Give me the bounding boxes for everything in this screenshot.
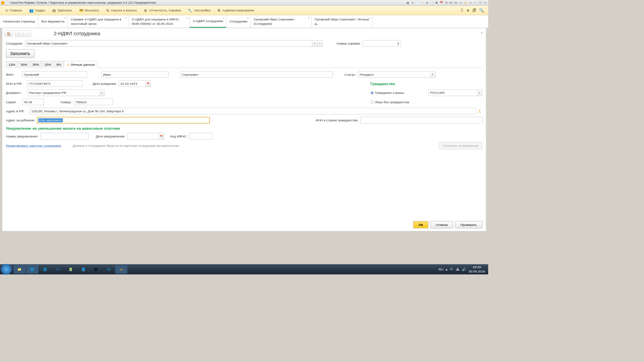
ifns-field[interactable] bbox=[190, 133, 212, 139]
dropdown-icon[interactable]: ▾ bbox=[5, 1, 9, 5]
tool-icon[interactable]: ⋮ bbox=[420, 1, 424, 5]
tool-icon[interactable]: ▦ bbox=[406, 1, 410, 5]
explorer-icon[interactable]: 📁 bbox=[13, 265, 25, 274]
menu-admin[interactable]: ⚙Администрирование bbox=[214, 6, 258, 15]
flag-icon[interactable]: 🏳 bbox=[450, 267, 453, 271]
tab-2ndfl-emp[interactable]: 2-НДФЛ сотрудника× bbox=[190, 15, 226, 27]
tab-30[interactable]: 30% bbox=[18, 61, 30, 68]
close-icon[interactable]: × bbox=[64, 16, 66, 20]
stateless-radio[interactable] bbox=[370, 100, 374, 104]
cancel-button[interactable]: Отмена bbox=[431, 221, 453, 228]
midname-field[interactable] bbox=[180, 71, 333, 78]
calendar-icon[interactable]: 📅 bbox=[440, 1, 444, 5]
ok-button[interactable]: ОК bbox=[413, 221, 429, 228]
menu-taxes[interactable]: %Налоги и взносы bbox=[103, 6, 141, 15]
tab-all[interactable]: Все ведомости× bbox=[38, 15, 67, 27]
inn-foreign-field[interactable] bbox=[360, 117, 482, 124]
dob-field[interactable] bbox=[119, 80, 146, 87]
doc-field[interactable] bbox=[27, 89, 99, 96]
mplus-icon[interactable]: M+ bbox=[449, 1, 453, 5]
tab-2ndfl-ifns[interactable]: 2-НДФЛ для передачи в ИФНС 003К-000002 о… bbox=[129, 15, 190, 27]
employee-field[interactable] bbox=[25, 40, 312, 47]
chevron-up-icon[interactable]: ▴ bbox=[446, 267, 447, 271]
refnum-field[interactable] bbox=[363, 40, 401, 47]
close-icon[interactable]: ✕ bbox=[483, 1, 487, 5]
m-icon[interactable]: M bbox=[444, 1, 448, 5]
status-field[interactable] bbox=[358, 71, 430, 78]
star-icon[interactable]: ★ bbox=[466, 8, 470, 12]
menu-settings[interactable]: 🔧Настройка bbox=[184, 6, 214, 15]
open-icon[interactable]: ↗ bbox=[317, 40, 322, 47]
notifdate-field[interactable] bbox=[127, 133, 159, 139]
tab-13[interactable]: 13% bbox=[6, 61, 18, 68]
grid-icon[interactable]: ⠿ bbox=[461, 8, 464, 12]
close-icon[interactable]: × bbox=[223, 16, 225, 20]
tab-emp-personal[interactable]: Гуковский Иван Сергеевич: Личные д...× bbox=[312, 15, 373, 27]
series-field[interactable] bbox=[22, 99, 44, 105]
tool-icon[interactable]: 📄 bbox=[416, 1, 420, 5]
dropdown-icon[interactable]: ▾ bbox=[312, 40, 317, 47]
close-icon[interactable]: × bbox=[369, 16, 371, 20]
fill-button[interactable]: Заполнить bbox=[6, 49, 34, 58]
dd-icon[interactable]: ▾ bbox=[469, 1, 473, 5]
info-icon[interactable]: ⓘ bbox=[464, 1, 468, 5]
search-icon[interactable]: 🔍 bbox=[479, 8, 484, 12]
calendar-icon[interactable]: 📅 bbox=[146, 80, 151, 87]
panel-icon[interactable]: ▭ bbox=[459, 1, 463, 5]
time-icon[interactable]: 🕓 bbox=[430, 1, 434, 5]
clock[interactable]: 18:2930.05.2016 bbox=[469, 265, 485, 274]
dropdown-icon[interactable]: ▾ bbox=[430, 71, 435, 78]
tab-35[interactable]: 35% bbox=[30, 61, 42, 68]
tab-2ndfl-ref[interactable]: Справки 2-НДФЛ для передачи в налоговый … bbox=[68, 15, 129, 27]
inn-field[interactable] bbox=[27, 80, 83, 87]
tab-9[interactable]: 9% bbox=[54, 61, 64, 68]
firstname-field[interactable] bbox=[101, 71, 169, 78]
close-icon[interactable]: × bbox=[481, 31, 483, 35]
citizen-radio[interactable] bbox=[370, 91, 374, 95]
mminus-icon[interactable]: M- bbox=[454, 1, 458, 5]
tool-icon[interactable]: ⎙ bbox=[411, 1, 415, 5]
network-icon[interactable]: 🖧 bbox=[456, 267, 460, 271]
home-button[interactable]: 🏠 bbox=[5, 30, 13, 37]
minimize-icon[interactable]: — bbox=[473, 1, 477, 5]
maximize-icon[interactable]: ❐ bbox=[478, 1, 482, 5]
start-button[interactable] bbox=[1, 264, 12, 275]
docnum-field[interactable] bbox=[74, 99, 113, 105]
dropdown-icon[interactable]: ▾ bbox=[477, 89, 482, 96]
outlook-icon[interactable]: ✉ bbox=[52, 265, 64, 274]
word-icon[interactable]: 📘 bbox=[77, 265, 89, 274]
tab-emp-card[interactable]: Гуковский Иван Сергеевич (Сотрудник)× bbox=[251, 15, 312, 27]
excel-icon[interactable]: 📗 bbox=[64, 265, 76, 274]
tab-start[interactable]: Начальная страница bbox=[0, 15, 38, 27]
menu-staff[interactable]: 👥Кадры bbox=[25, 6, 49, 15]
calc-icon[interactable]: 🖩 bbox=[435, 1, 439, 5]
tab-15[interactable]: 15% bbox=[42, 61, 54, 68]
sound-icon[interactable]: 🔊 bbox=[462, 267, 466, 271]
skype-icon[interactable]: Ⓢ bbox=[102, 265, 114, 274]
chrome-icon[interactable]: 🌐 bbox=[26, 265, 38, 274]
addr-abroad-field[interactable]: <Не заполнен> bbox=[37, 117, 210, 124]
close-icon[interactable]: × bbox=[125, 16, 127, 20]
copy-icon[interactable]: 🗐 bbox=[472, 8, 476, 13]
menu-payments[interactable]: 💳Выплаты bbox=[75, 6, 103, 15]
app-icon[interactable]: 🖼 bbox=[90, 265, 102, 274]
fav-icon[interactable]: ★ bbox=[425, 1, 429, 5]
calendar-icon[interactable]: 📅 bbox=[159, 133, 164, 139]
1c-icon[interactable]: 1c bbox=[115, 265, 127, 274]
notifnum-field[interactable] bbox=[40, 133, 89, 139]
close-icon[interactable]: × bbox=[186, 16, 188, 20]
close-icon[interactable]: × bbox=[308, 16, 310, 20]
ie-icon[interactable]: 🌐 bbox=[39, 265, 51, 274]
addr-field[interactable]: 125195, Москва г, Ленинградское ш, Дом №… bbox=[30, 108, 476, 114]
close-icon[interactable]: × bbox=[247, 16, 249, 20]
lang-indicator[interactable]: RU bbox=[439, 267, 443, 271]
lastname-field[interactable] bbox=[22, 71, 87, 78]
dropdown-icon[interactable]: ▾ bbox=[99, 89, 104, 96]
menu-main[interactable]: ≡Главное bbox=[2, 6, 25, 15]
menu-salary[interactable]: ▤Зарплата bbox=[49, 6, 75, 15]
menu-reports[interactable]: 🗎Отчетность, справки bbox=[141, 6, 184, 15]
tab-personal[interactable]: ⚠Личные данные bbox=[64, 61, 98, 68]
tab-employees[interactable]: Сотрудники× bbox=[226, 15, 251, 27]
country-field[interactable] bbox=[428, 89, 477, 96]
check-button[interactable]: Проверить bbox=[455, 221, 482, 228]
